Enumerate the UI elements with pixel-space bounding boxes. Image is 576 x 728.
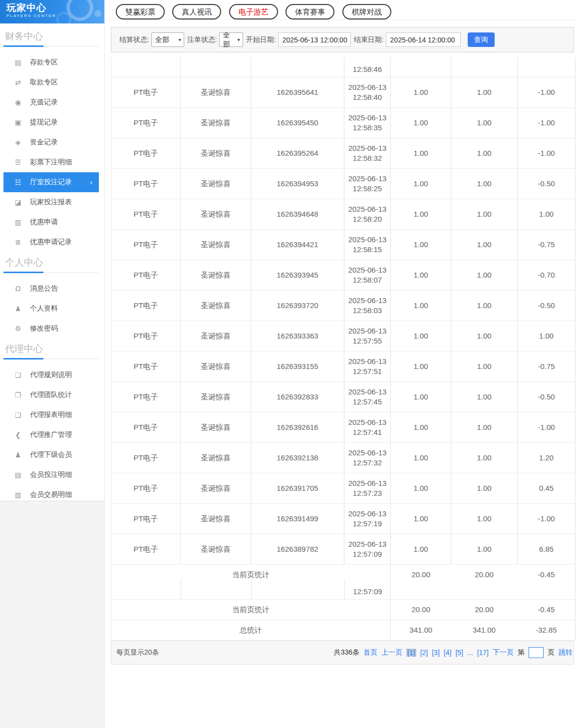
chevron-down-icon: ▾ (238, 37, 240, 42)
cell-time: 12:57:32 (344, 458, 390, 468)
sidebar-item-lottery-bet-details[interactable]: ☰ 彩票下注明细 › (0, 152, 104, 172)
cell-game: 圣诞惊喜 (181, 412, 251, 443)
page-number-link[interactable]: [3] (432, 649, 440, 657)
sidebar-item-member-bet-details[interactable]: ▤ 会员投注明细 › (0, 465, 104, 485)
cell-date: 2025-06-13 (344, 113, 390, 123)
sidebar-item-funds-records[interactable]: ◈ 资金记录 › (0, 132, 104, 152)
finance-menu: ▤ 存款专区 › ⇄ 取款专区 › ◉ 充值记录 › ▣ 提现记录 › (0, 52, 104, 252)
settle-status-label: 结算状态: (119, 35, 149, 44)
start-date-label: 开始日期: (246, 35, 276, 44)
jump-link[interactable]: 跳转 (559, 648, 573, 657)
cell-game: 圣诞惊喜 (181, 169, 251, 199)
table-row: PT电子 圣诞惊喜 1626391499 2025-06-13 12:57:19… (111, 504, 576, 534)
sidebar-item-announcements[interactable]: Ω 消息公告 › (0, 279, 104, 299)
cell-time: 12:58:03 (344, 306, 390, 316)
agent-menu: ❏ 代理规则说明 › ❐ 代理团队统计 › ❑ 代理报表明细 › ❮ 代理推广管… (0, 365, 104, 505)
cell-valid: 1.00 (451, 534, 518, 565)
cell-valid: 1.00 (451, 230, 518, 260)
cell-time: 12:57:09 (344, 549, 390, 559)
cell-game: 圣诞惊喜 (181, 108, 251, 138)
withdraw-hand-icon: ⇄ (14, 78, 22, 86)
page-number-link[interactable]: [5] (455, 649, 463, 657)
cell-datetime: 2025-06-13 12:57:45 (344, 382, 391, 412)
cell-provider: PT电子 (111, 382, 181, 412)
cell-game: 圣诞惊喜 (181, 260, 251, 291)
cell-time: 12:57:19 (344, 519, 390, 529)
cell-game: 圣诞惊喜 (181, 504, 251, 534)
cell-game: 圣诞惊喜 (181, 352, 251, 382)
cell-order-id: 1626393945 (251, 260, 344, 291)
order-status-value: 全部 (223, 31, 236, 49)
cell-valid-total: 341.00 (451, 620, 518, 641)
cell-time: 12:58:25 (344, 184, 390, 194)
order-status-select[interactable]: 全部 ▾ (219, 32, 243, 47)
sidebar-item-withdraw[interactable]: ⇄ 取款专区 › (0, 72, 104, 92)
cell-bet: 1.00 (391, 260, 451, 291)
sidebar-item-agent-team-stats[interactable]: ❐ 代理团队统计 › (0, 385, 104, 405)
cell-datetime: 2025-06-13 12:58:20 (344, 199, 391, 230)
tab-sports-events[interactable]: 体育赛事 (286, 4, 334, 19)
sidebar-item-label: 修改密码 (30, 324, 58, 333)
jump-page-input[interactable] (529, 647, 544, 658)
query-button[interactable]: 查询 (468, 32, 495, 47)
sidebar-item-hall-bet-records[interactable]: ☷ 厅室投注记录 › (3, 172, 99, 192)
sidebar-item-promo-apply-records[interactable]: ≣ 优惠申请记录 › (0, 232, 104, 252)
cell-time: 12:58:15 (344, 245, 390, 255)
cell-date: 2025-06-13 (344, 509, 390, 519)
sidebar-item-agent-members[interactable]: ♟ 代理下级会员 › (0, 445, 104, 465)
cell-provider: PT电子 (111, 504, 181, 534)
tab-live-video[interactable]: 真人视讯 (172, 4, 221, 19)
top-nav: 雙赢彩票 真人视讯 电子游艺 体育赛事 棋牌对战 (105, 0, 576, 20)
prev-page-link[interactable]: 上一页 (381, 648, 402, 657)
cell-game: 圣诞惊喜 (181, 291, 251, 321)
cell-bet: 1.00 (391, 77, 451, 108)
sidebar-item-agent-rules[interactable]: ❏ 代理规则说明 › (0, 365, 104, 385)
cell-game: 圣诞惊喜 (181, 382, 251, 412)
sidebar-item-label: 代理推广管理 (30, 430, 72, 439)
cell-bet-sum: 20.00 (391, 600, 451, 620)
page-number-link[interactable]: [17] (477, 649, 489, 657)
cell-valid: 1.00 (451, 321, 518, 352)
cell-result: -0.50 (518, 169, 576, 199)
cell-result: 1.00 (518, 199, 576, 230)
table-row: PT电子 圣诞惊喜 1626392833 2025-06-13 12:57:45… (111, 382, 576, 412)
cell-provider: PT电子 (111, 473, 181, 504)
cell-datetime: 2025-06-13 12:57:51 (344, 352, 391, 382)
cell-bet-sum: 20.00 (391, 565, 451, 600)
sidebar-item-change-password[interactable]: ⚙ 修改密码 › (0, 319, 104, 339)
section-title-label: 代理中心 (5, 344, 43, 354)
first-page-link[interactable]: 首页 (363, 648, 377, 657)
table-row-partial-top: 12:58:46 (111, 57, 576, 77)
sidebar-item-withdrawal-records[interactable]: ▣ 提现记录 › (0, 112, 104, 132)
sidebar-item-promo-apply[interactable]: ▥ 优惠申请 › (0, 212, 104, 232)
tab-board-games[interactable]: 棋牌对战 (342, 4, 391, 19)
table-row: PT电子 圣诞惊喜 1626389782 2025-06-13 12:57:09… (111, 534, 576, 565)
cell-valid: 1.00 (451, 352, 518, 382)
page-number-link[interactable]: [4] (444, 649, 452, 657)
page-number-link[interactable]: [1] (406, 649, 416, 657)
sidebar-item-player-bet-report[interactable]: ◪ 玩家投注报表 › (0, 192, 104, 212)
cell-date: 2025-06-13 (344, 174, 390, 184)
cell-result: -0.50 (518, 382, 576, 412)
cell-time: 12:58:32 (344, 153, 390, 163)
table-row: PT电子 圣诞惊喜 1626392138 2025-06-13 12:57:32… (111, 443, 576, 473)
page-number-link[interactable]: [2] (420, 649, 428, 657)
jump-prefix-label: 第 (518, 648, 525, 657)
tab-double-win-lottery[interactable]: 雙赢彩票 (116, 4, 165, 19)
settle-status-select[interactable]: 全部 ▾ (151, 32, 184, 47)
start-date-input[interactable] (278, 32, 351, 47)
page-number-link[interactable]: ... (467, 649, 473, 657)
sidebar-item-agent-promotion[interactable]: ❮ 代理推广管理 › (0, 425, 104, 445)
cell-result: -0.75 (518, 352, 576, 382)
sidebar-item-recharge-records[interactable]: ◉ 充值记录 › (0, 92, 104, 112)
sidebar-item-label: 厅室投注记录 (30, 178, 72, 187)
table-row-page-summary: 当前页统计 20.00 20.00 -0.45 (111, 600, 576, 620)
tab-electronic-games[interactable]: 电子游艺 (229, 4, 278, 19)
next-page-link[interactable]: 下一页 (493, 648, 514, 657)
sidebar-item-agent-report-details[interactable]: ❑ 代理报表明细 › (0, 405, 104, 425)
cell-valid: 1.00 (451, 412, 518, 443)
sidebar-item-profile[interactable]: ♟ 个人资料 › (0, 299, 104, 319)
sidebar-item-deposit[interactable]: ▤ 存款专区 › (0, 52, 104, 72)
cell-summary-label: 当前页统计 (111, 600, 391, 620)
end-date-input[interactable] (386, 32, 461, 47)
